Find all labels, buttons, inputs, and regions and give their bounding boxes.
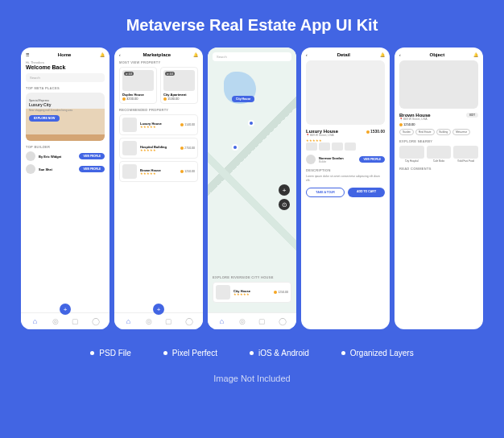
thumb (216, 285, 230, 300)
screen-title: Marketplace (143, 52, 171, 57)
object-hero-image (399, 60, 478, 109)
builder-name: Sue Shei (39, 167, 76, 171)
thumb (122, 164, 137, 179)
hero-desc: Near shopping mall & modern living area (29, 109, 72, 112)
gallery-thumb[interactable] (319, 143, 330, 151)
builder-row: By Eric Widget VIEW PROFILE (26, 151, 105, 161)
bottom-nav: ⌂ ◎ ▢ ◯ (21, 312, 109, 329)
nav-home-icon[interactable]: ⌂ (31, 317, 39, 325)
list-price: 2750.00 (180, 147, 195, 150)
nav-profile-icon[interactable]: ◯ (279, 317, 287, 325)
screens-row: ☰ Home 🔔 Hi, Theodora Welcome Back Searc… (0, 48, 504, 329)
back-icon[interactable]: ‹ (399, 52, 401, 57)
nav-home-icon[interactable]: ⌂ (125, 317, 133, 325)
feature-item: Organized Layers (341, 349, 414, 357)
list-item[interactable]: Hospital Building★★★★★ 2750.00 (119, 138, 198, 159)
property-card[interactable]: ★ 4.6 City Apartment 1530.00 (160, 67, 198, 104)
coin-icon (366, 130, 370, 134)
property-price: 3200.00 (122, 97, 154, 101)
tag[interactable]: Real Estate (415, 129, 435, 135)
thumb (122, 118, 137, 132)
nav-cart-icon[interactable]: ▢ (258, 317, 266, 325)
avatar[interactable] (26, 151, 35, 161)
seller-role: Builder (319, 160, 356, 163)
map-marker-icon[interactable] (248, 120, 254, 126)
section-explore: EXPLORE RIVERSIDE CITY HOUSE (213, 275, 291, 279)
notification-icon[interactable]: 🔔 (380, 52, 385, 57)
tag[interactable]: Metaverse (452, 129, 470, 135)
view-profile-button[interactable]: VIEW PROFILE (79, 166, 105, 172)
stars-icon: ★★★★★ (233, 293, 271, 296)
fab-add-button[interactable]: + (153, 304, 164, 315)
map-locate-button[interactable]: ⊙ (279, 199, 290, 210)
nav-search-icon[interactable]: ◎ (238, 317, 246, 325)
map-result-item[interactable]: City House★★★★★ 1250.00 (213, 282, 291, 303)
view-profile-button[interactable]: VIEW PROFILE (79, 153, 105, 159)
section-comments: READ COMMENTS (399, 167, 478, 171)
stars-icon: ★★★★★ (140, 172, 177, 176)
map-zoom-in-button[interactable]: + (279, 184, 290, 196)
tag[interactable]: Garden (399, 129, 414, 135)
section-top-builder: TOP BUILDER (26, 145, 105, 149)
screen-title: Detail (337, 52, 350, 57)
nav-cart-icon[interactable]: ▢ (72, 317, 80, 325)
coin-icon (180, 123, 184, 126)
nearby-item[interactable]: City Hospital (399, 146, 424, 163)
explore-button[interactable]: EXPLORE NOW (29, 115, 60, 122)
nav-search-icon[interactable]: ◎ (52, 317, 60, 325)
back-icon[interactable]: ‹ (119, 52, 121, 57)
coin-icon (399, 123, 403, 126)
screen-title: Object (430, 52, 445, 57)
detail-price: 1530.00 (366, 129, 385, 134)
map-pin-label[interactable]: City House (232, 96, 254, 102)
footer-note: Image Not Included (0, 367, 504, 383)
hero-card[interactable]: Special Express Luxury City Near shoppin… (26, 93, 105, 141)
rating-badge: ★ 4.8 (124, 72, 134, 76)
feature-item: iOS & Android (250, 349, 309, 357)
notification-icon[interactable]: 🔔 (100, 52, 105, 57)
nearby-item[interactable]: Gold Fast Food (453, 146, 478, 163)
back-icon[interactable]: ‹ (306, 52, 308, 57)
builder-row: Sue Shei VIEW PROFILE (26, 164, 105, 174)
welcome-text: Welcome Back (26, 64, 105, 70)
gallery-thumb[interactable] (306, 143, 317, 151)
take-tour-button[interactable]: TAKE A TOUR (306, 188, 345, 197)
avatar[interactable] (306, 155, 316, 164)
thumb (122, 141, 137, 155)
nav-profile-icon[interactable]: ◯ (185, 317, 193, 325)
object-price: 1250.00 (399, 122, 431, 126)
list-price: 1140.00 (180, 123, 195, 126)
screen-title: Home (58, 52, 72, 57)
avatar[interactable] (26, 164, 35, 174)
section-description: DESCRIPTION (306, 168, 385, 172)
nav-profile-icon[interactable]: ◯ (92, 317, 100, 325)
add-to-cart-button[interactable]: ADD TO CART (348, 188, 385, 197)
map-marker-icon[interactable] (232, 144, 238, 151)
gallery-thumb[interactable] (332, 143, 343, 151)
property-card[interactable]: ★ 4.8 Duplex House 3200.00 (119, 67, 157, 104)
coin-icon (180, 147, 184, 150)
seller-row: Norman Gordon Builder VIEW PROFILE (306, 155, 385, 164)
nearby-item[interactable]: Cafe Bobo (427, 146, 452, 163)
gallery-thumb[interactable] (345, 143, 356, 151)
notification-icon[interactable]: 🔔 (473, 52, 478, 57)
tag[interactable]: Building (436, 129, 452, 135)
nav-cart-icon[interactable]: ▢ (165, 317, 173, 325)
menu-icon[interactable]: ☰ (26, 52, 29, 57)
map-search-input[interactable]: Search (213, 52, 291, 61)
nav-home-icon[interactable]: ⌂ (218, 317, 226, 325)
list-item[interactable]: Brown House★★★★★ 1250.00 (119, 161, 198, 182)
view-profile-button[interactable]: VIEW PROFILE (359, 156, 385, 163)
notification-icon[interactable]: 🔔 (193, 52, 198, 57)
list-price: 1250.00 (274, 291, 288, 294)
bottom-nav: ⌂ ◎ ▢ ◯ (208, 312, 296, 329)
edit-button[interactable]: EDIT (466, 113, 478, 118)
hero-title: Luxury City (29, 102, 72, 107)
fab-add-button[interactable]: + (60, 304, 71, 315)
nav-search-icon[interactable]: ◎ (145, 317, 153, 325)
list-item[interactable]: Luxury House★★★★★ 1140.00 (119, 114, 198, 135)
features-row: PSD File Pixel Perfect iOS & Android Org… (0, 329, 504, 367)
coin-icon (122, 97, 126, 101)
section-explore-nearby: EXPLORE NEARBY (399, 139, 478, 143)
search-input[interactable]: Search (26, 73, 105, 82)
